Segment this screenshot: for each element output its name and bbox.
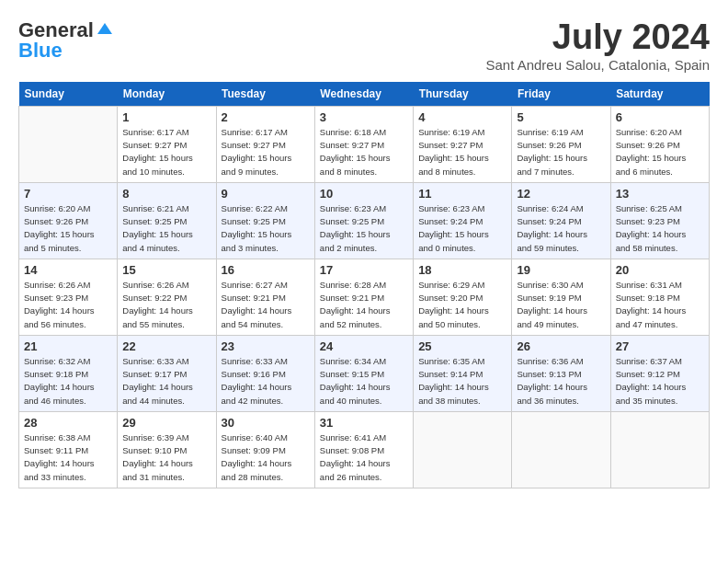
logo: General Blue xyxy=(18,18,116,63)
page-header: General Blue July 2024 Sant Andreu Salou… xyxy=(18,18,710,73)
day-number: 27 xyxy=(616,339,704,353)
title-block: July 2024 Sant Andreu Salou, Catalonia, … xyxy=(485,18,710,73)
day-header-saturday: Saturday xyxy=(610,82,709,107)
calendar-cell xyxy=(512,411,610,488)
day-info: Sunrise: 6:26 AM Sunset: 9:22 PM Dayligh… xyxy=(122,279,210,331)
calendar-cell: 10Sunrise: 6:23 AM Sunset: 9:25 PM Dayli… xyxy=(314,182,413,259)
week-row-4: 21Sunrise: 6:32 AM Sunset: 9:18 PM Dayli… xyxy=(19,335,710,411)
day-info: Sunrise: 6:28 AM Sunset: 9:21 PM Dayligh… xyxy=(320,279,408,331)
day-number: 24 xyxy=(320,339,408,353)
calendar-cell: 6Sunrise: 6:20 AM Sunset: 9:26 PM Daylig… xyxy=(610,106,709,182)
calendar-cell: 14Sunrise: 6:26 AM Sunset: 9:23 PM Dayli… xyxy=(19,259,118,335)
day-number: 20 xyxy=(616,263,704,277)
calendar-cell: 29Sunrise: 6:39 AM Sunset: 9:10 PM Dayli… xyxy=(118,411,216,488)
location: Sant Andreu Salou, Catalonia, Spain xyxy=(485,57,710,73)
calendar-cell: 17Sunrise: 6:28 AM Sunset: 9:21 PM Dayli… xyxy=(314,259,413,335)
calendar-cell: 20Sunrise: 6:31 AM Sunset: 9:18 PM Dayli… xyxy=(610,259,709,335)
calendar-cell: 2Sunrise: 6:17 AM Sunset: 9:27 PM Daylig… xyxy=(216,106,314,182)
day-number: 31 xyxy=(320,416,408,430)
day-info: Sunrise: 6:18 AM Sunset: 9:27 PM Dayligh… xyxy=(320,126,408,178)
calendar-cell: 16Sunrise: 6:27 AM Sunset: 9:21 PM Dayli… xyxy=(216,259,314,335)
day-info: Sunrise: 6:19 AM Sunset: 9:26 PM Dayligh… xyxy=(517,126,605,178)
day-number: 23 xyxy=(222,339,310,353)
day-number: 22 xyxy=(122,339,210,353)
day-number: 10 xyxy=(320,187,408,201)
day-info: Sunrise: 6:32 AM Sunset: 9:18 PM Dayligh… xyxy=(24,355,112,408)
calendar-cell xyxy=(414,411,512,488)
day-info: Sunrise: 6:31 AM Sunset: 9:18 PM Dayligh… xyxy=(616,279,704,331)
calendar-cell: 30Sunrise: 6:40 AM Sunset: 9:09 PM Dayli… xyxy=(216,411,314,488)
calendar-cell: 11Sunrise: 6:23 AM Sunset: 9:24 PM Dayli… xyxy=(414,182,512,259)
day-info: Sunrise: 6:29 AM Sunset: 9:20 PM Dayligh… xyxy=(418,279,506,331)
calendar-cell: 13Sunrise: 6:25 AM Sunset: 9:23 PM Dayli… xyxy=(610,182,709,259)
calendar-cell: 28Sunrise: 6:38 AM Sunset: 9:11 PM Dayli… xyxy=(19,411,118,488)
day-number: 4 xyxy=(418,110,506,124)
calendar-cell: 9Sunrise: 6:22 AM Sunset: 9:25 PM Daylig… xyxy=(216,182,314,259)
day-number: 1 xyxy=(122,110,210,124)
day-number: 5 xyxy=(517,110,605,124)
day-number: 25 xyxy=(418,339,506,353)
day-number: 29 xyxy=(122,416,210,430)
day-number: 17 xyxy=(320,263,408,277)
calendar-cell: 27Sunrise: 6:37 AM Sunset: 9:12 PM Dayli… xyxy=(610,335,709,411)
calendar-cell: 21Sunrise: 6:32 AM Sunset: 9:18 PM Dayli… xyxy=(19,335,118,411)
month-year: July 2024 xyxy=(485,18,710,57)
day-number: 19 xyxy=(517,263,605,277)
day-info: Sunrise: 6:24 AM Sunset: 9:24 PM Dayligh… xyxy=(517,202,605,255)
day-info: Sunrise: 6:33 AM Sunset: 9:16 PM Dayligh… xyxy=(222,355,310,408)
calendar-cell: 1Sunrise: 6:17 AM Sunset: 9:27 PM Daylig… xyxy=(118,106,216,182)
day-info: Sunrise: 6:22 AM Sunset: 9:25 PM Dayligh… xyxy=(222,202,310,255)
day-info: Sunrise: 6:27 AM Sunset: 9:21 PM Dayligh… xyxy=(222,279,310,331)
calendar-cell: 15Sunrise: 6:26 AM Sunset: 9:22 PM Dayli… xyxy=(118,259,216,335)
calendar-cell: 4Sunrise: 6:19 AM Sunset: 9:27 PM Daylig… xyxy=(414,106,512,182)
day-number: 12 xyxy=(517,187,605,201)
logo-blue-text: Blue xyxy=(18,39,63,63)
day-number: 16 xyxy=(222,263,310,277)
calendar-cell: 7Sunrise: 6:20 AM Sunset: 9:26 PM Daylig… xyxy=(19,182,118,259)
calendar-cell: 3Sunrise: 6:18 AM Sunset: 9:27 PM Daylig… xyxy=(314,106,413,182)
day-number: 11 xyxy=(418,187,506,201)
day-info: Sunrise: 6:21 AM Sunset: 9:25 PM Dayligh… xyxy=(122,202,210,255)
calendar-cell: 22Sunrise: 6:33 AM Sunset: 9:17 PM Dayli… xyxy=(118,335,216,411)
day-info: Sunrise: 6:39 AM Sunset: 9:10 PM Dayligh… xyxy=(122,431,210,484)
day-info: Sunrise: 6:41 AM Sunset: 9:08 PM Dayligh… xyxy=(320,431,408,484)
calendar-cell: 23Sunrise: 6:33 AM Sunset: 9:16 PM Dayli… xyxy=(216,335,314,411)
day-info: Sunrise: 6:38 AM Sunset: 9:11 PM Dayligh… xyxy=(24,431,112,484)
day-number: 2 xyxy=(222,110,310,124)
day-info: Sunrise: 6:20 AM Sunset: 9:26 PM Dayligh… xyxy=(24,202,112,255)
day-info: Sunrise: 6:17 AM Sunset: 9:27 PM Dayligh… xyxy=(122,126,210,178)
day-number: 18 xyxy=(418,263,506,277)
calendar-cell: 19Sunrise: 6:30 AM Sunset: 9:19 PM Dayli… xyxy=(512,259,610,335)
calendar-cell: 26Sunrise: 6:36 AM Sunset: 9:13 PM Dayli… xyxy=(512,335,610,411)
day-number: 6 xyxy=(616,110,704,124)
day-info: Sunrise: 6:26 AM Sunset: 9:23 PM Dayligh… xyxy=(24,279,112,331)
svg-marker-0 xyxy=(97,23,112,34)
day-info: Sunrise: 6:20 AM Sunset: 9:26 PM Dayligh… xyxy=(616,126,704,178)
day-number: 30 xyxy=(222,416,310,430)
day-info: Sunrise: 6:33 AM Sunset: 9:17 PM Dayligh… xyxy=(122,355,210,408)
day-info: Sunrise: 6:17 AM Sunset: 9:27 PM Dayligh… xyxy=(222,126,310,178)
calendar-header-row: SundayMondayTuesdayWednesdayThursdayFrid… xyxy=(19,82,710,107)
calendar-cell: 8Sunrise: 6:21 AM Sunset: 9:25 PM Daylig… xyxy=(118,182,216,259)
day-info: Sunrise: 6:30 AM Sunset: 9:19 PM Dayligh… xyxy=(517,279,605,331)
day-info: Sunrise: 6:35 AM Sunset: 9:14 PM Dayligh… xyxy=(418,355,506,408)
day-header-tuesday: Tuesday xyxy=(216,82,314,107)
day-number: 3 xyxy=(320,110,408,124)
calendar-cell: 18Sunrise: 6:29 AM Sunset: 9:20 PM Dayli… xyxy=(414,259,512,335)
day-header-friday: Friday xyxy=(512,82,610,107)
day-header-sunday: Sunday xyxy=(19,82,118,107)
week-row-5: 28Sunrise: 6:38 AM Sunset: 9:11 PM Dayli… xyxy=(19,411,710,488)
calendar-cell: 12Sunrise: 6:24 AM Sunset: 9:24 PM Dayli… xyxy=(512,182,610,259)
calendar-cell: 5Sunrise: 6:19 AM Sunset: 9:26 PM Daylig… xyxy=(512,106,610,182)
day-header-monday: Monday xyxy=(118,82,216,107)
day-info: Sunrise: 6:40 AM Sunset: 9:09 PM Dayligh… xyxy=(222,431,310,484)
day-info: Sunrise: 6:23 AM Sunset: 9:25 PM Dayligh… xyxy=(320,202,408,255)
day-header-wednesday: Wednesday xyxy=(314,82,413,107)
day-info: Sunrise: 6:34 AM Sunset: 9:15 PM Dayligh… xyxy=(320,355,408,408)
day-number: 28 xyxy=(24,416,112,430)
day-number: 9 xyxy=(222,187,310,201)
logo-icon xyxy=(96,21,114,40)
day-info: Sunrise: 6:37 AM Sunset: 9:12 PM Dayligh… xyxy=(616,355,704,408)
day-info: Sunrise: 6:19 AM Sunset: 9:27 PM Dayligh… xyxy=(418,126,506,178)
calendar-cell xyxy=(19,106,118,182)
